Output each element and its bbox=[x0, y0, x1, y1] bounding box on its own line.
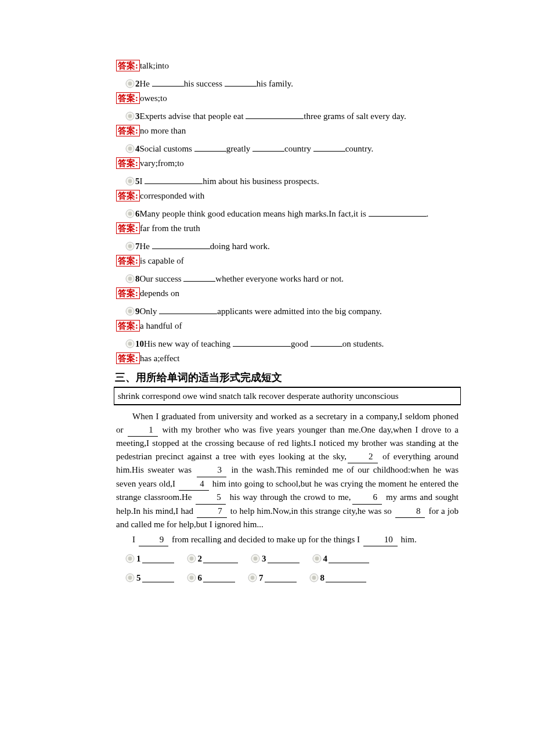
answer-label: 答案: bbox=[116, 125, 140, 136]
answer-label: 答案: bbox=[116, 190, 140, 201]
fill-num-6: 6 bbox=[198, 571, 203, 585]
q8-t2: whether everyone works hard or not. bbox=[215, 274, 344, 283]
question-number: 6 bbox=[135, 209, 140, 218]
q6-t1: Many people think good education means h… bbox=[140, 209, 369, 218]
bullet-icon bbox=[125, 339, 135, 348]
bullet-icon bbox=[125, 144, 135, 153]
answer-label: 答案: bbox=[116, 320, 140, 332]
blank bbox=[225, 77, 257, 87]
question-number: 3 bbox=[135, 111, 140, 121]
question-4: 4Social customs greatly country country. bbox=[116, 142, 459, 156]
fill-num-1: 1 bbox=[136, 552, 141, 566]
question-2: 2He his success his family. bbox=[116, 77, 459, 91]
answer-text-6: far from the truth bbox=[140, 224, 200, 233]
answer-label: 答案: bbox=[116, 157, 140, 169]
q5-t2: him about his business prospects. bbox=[203, 177, 319, 186]
blank bbox=[252, 142, 284, 152]
gap-2: 2 bbox=[348, 450, 378, 464]
bullet-icon bbox=[125, 573, 135, 582]
blank-fill bbox=[326, 573, 366, 582]
svg-point-23 bbox=[254, 557, 258, 561]
bullet-icon bbox=[125, 307, 135, 316]
blank-fill bbox=[265, 573, 297, 582]
gap-9: 9 bbox=[139, 533, 169, 547]
answer-5: 答案:corresponded with bbox=[116, 189, 459, 203]
answer-text-4: vary;from;to bbox=[140, 159, 184, 168]
fill-num-2: 2 bbox=[198, 552, 203, 566]
svg-point-9 bbox=[128, 211, 132, 215]
page: 答案:talk;into 2He his success his family.… bbox=[41, 0, 493, 660]
q9-t1: Only bbox=[140, 307, 160, 316]
answer-text-5: corresponded with bbox=[140, 191, 204, 200]
p-s2a: I bbox=[132, 535, 138, 544]
passage: When I graduated from university and wor… bbox=[116, 410, 459, 546]
q2-t2: his success bbox=[184, 79, 225, 88]
bullet-icon bbox=[125, 209, 135, 218]
svg-point-21 bbox=[189, 557, 193, 561]
q4-t2: greatly bbox=[226, 144, 252, 153]
svg-point-25 bbox=[315, 557, 319, 561]
fill-num-3: 3 bbox=[262, 552, 266, 566]
answer-text-1: talk;into bbox=[140, 61, 169, 70]
question-9: 9Only applicants were admitted into the … bbox=[116, 305, 459, 318]
question-number: 7 bbox=[135, 242, 140, 251]
gap-3: 3 bbox=[197, 463, 227, 477]
bullet-icon bbox=[125, 554, 135, 563]
blank bbox=[145, 175, 203, 184]
blank-fill bbox=[268, 554, 300, 563]
q4-t3: country bbox=[284, 144, 313, 153]
bullet-icon bbox=[125, 177, 135, 186]
svg-point-27 bbox=[128, 575, 132, 579]
gap-6: 6 bbox=[352, 491, 383, 505]
blank bbox=[233, 337, 291, 347]
gap-7: 7 bbox=[197, 505, 227, 519]
answer-text-7: is capable of bbox=[140, 256, 184, 265]
question-10: 10His new way of teaching good on studen… bbox=[116, 337, 459, 351]
svg-point-7 bbox=[128, 179, 132, 183]
answer-3: 答案:no more than bbox=[116, 124, 459, 138]
svg-point-3 bbox=[128, 114, 132, 118]
answer-text-2: owes;to bbox=[140, 93, 167, 103]
answer-text-3: no more than bbox=[140, 126, 186, 135]
question-7: 7He doing hard work. bbox=[116, 240, 459, 253]
p-s2c: him. bbox=[399, 535, 417, 544]
q6-t2: . bbox=[427, 209, 429, 218]
blank bbox=[152, 77, 184, 87]
blank-fill bbox=[329, 554, 369, 563]
answer-text-9: a handful of bbox=[140, 321, 182, 330]
answer-4: 答案:vary;from;to bbox=[116, 157, 459, 170]
fill-num-5: 5 bbox=[136, 571, 141, 585]
blank bbox=[313, 142, 345, 152]
q4-t4: country. bbox=[345, 144, 374, 153]
q2-t1: He bbox=[140, 79, 152, 88]
answer-text-10: has a;effect bbox=[140, 354, 179, 363]
answer-1: 答案:talk;into bbox=[116, 59, 459, 73]
fill-num-7: 7 bbox=[259, 571, 264, 585]
svg-point-17 bbox=[128, 341, 132, 345]
answer-label: 答案: bbox=[116, 222, 140, 234]
blank bbox=[152, 240, 210, 249]
gap-10: 10 bbox=[363, 533, 398, 547]
answer-7: 答案:is capable of bbox=[116, 254, 459, 268]
gap-5: 5 bbox=[196, 491, 226, 505]
q7-t2: doing hard work. bbox=[210, 242, 270, 251]
answer-label: 答案: bbox=[116, 352, 140, 364]
question-number: 2 bbox=[135, 79, 140, 88]
blank bbox=[246, 110, 304, 119]
question-3: 3Experts advise that people eat three gr… bbox=[116, 110, 459, 123]
q9-t2: applicants were admitted into the big co… bbox=[217, 307, 382, 316]
answer-label: 答案: bbox=[116, 60, 140, 71]
blank bbox=[194, 142, 226, 152]
svg-point-29 bbox=[189, 575, 193, 579]
svg-point-13 bbox=[128, 276, 132, 280]
question-8: 8Our success whether everyone works hard… bbox=[116, 272, 459, 286]
question-5: 5I him about his business prospects. bbox=[116, 175, 459, 188]
gap-4: 4 bbox=[179, 477, 209, 491]
question-number: 9 bbox=[135, 307, 140, 316]
p-s1h: to help him.Now,in this strange city,he … bbox=[228, 506, 394, 516]
blank bbox=[369, 207, 427, 217]
answer-label: 答案: bbox=[116, 287, 140, 299]
svg-point-33 bbox=[312, 575, 316, 579]
svg-point-15 bbox=[128, 309, 132, 313]
p-s1f: his way through the crowd to me, bbox=[227, 492, 351, 502]
